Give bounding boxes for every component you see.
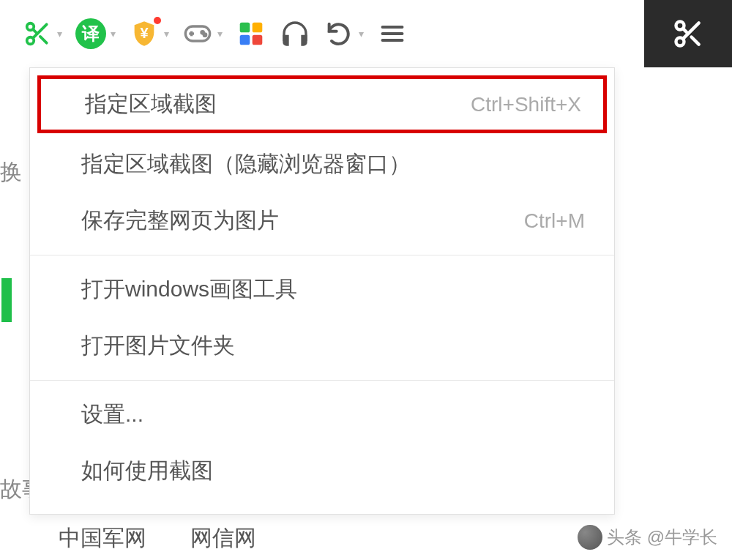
svg-line-3 xyxy=(40,37,47,43)
svg-line-21 xyxy=(683,29,688,34)
watermark: 头条 @牛学长 xyxy=(578,525,717,550)
menu-item[interactable]: 指定区域截图Ctrl+Shift+X xyxy=(37,75,607,133)
browser-toolbar: ▾ 译 ▾ ¥ ▾ ▾ ▾ xyxy=(0,0,732,67)
undo-toolbar-button[interactable]: ▾ xyxy=(324,18,364,49)
background-links: 中国军网 网信网 xyxy=(59,523,256,553)
scissors-icon xyxy=(22,18,53,49)
menu-item[interactable]: 指定区域截图（隐藏浏览器窗口） xyxy=(30,136,614,193)
menu-item[interactable]: 设置... xyxy=(30,387,614,443)
games-toolbar-button[interactable]: ▾ xyxy=(182,18,223,49)
svg-rect-10 xyxy=(240,23,250,33)
menu-item[interactable]: 保存完整网页为图片Ctrl+M xyxy=(30,193,614,249)
svg-rect-13 xyxy=(253,35,263,45)
background-link[interactable]: 中国军网 xyxy=(59,523,146,553)
menu-separator xyxy=(30,255,614,255)
menu-item[interactable]: 打开图片文件夹 xyxy=(30,318,614,374)
dropdown-arrow-icon: ▾ xyxy=(164,28,169,40)
apps-toolbar-button[interactable] xyxy=(236,18,266,49)
menu-item[interactable]: 打开windows画图工具 xyxy=(30,261,614,318)
menu-item-label: 保存完整网页为图片 xyxy=(81,206,279,236)
svg-line-4 xyxy=(33,29,37,34)
svg-rect-12 xyxy=(240,35,250,45)
menu-item-label: 指定区域截图（隐藏浏览器窗口） xyxy=(81,149,411,179)
dropdown-arrow-icon: ▾ xyxy=(217,28,223,40)
menu-item-shortcut: Ctrl+Shift+X xyxy=(471,93,581,116)
svg-rect-11 xyxy=(253,23,263,33)
svg-line-20 xyxy=(692,37,699,45)
dropdown-arrow-icon: ▾ xyxy=(359,28,364,40)
screenshot-dropdown-menu: 指定区域截图Ctrl+Shift+X指定区域截图（隐藏浏览器窗口）保存完整网页为… xyxy=(29,67,615,515)
dropdown-arrow-icon: ▾ xyxy=(57,28,62,40)
menu-item-label: 如何使用截图 xyxy=(81,456,213,486)
menu-item-label: 打开图片文件夹 xyxy=(81,331,235,361)
side-panel-badge xyxy=(644,0,732,67)
menu-item-label: 指定区域截图 xyxy=(85,89,217,119)
wallet-toolbar-button[interactable]: ¥ ▾ xyxy=(129,18,169,49)
background-link[interactable]: 网信网 xyxy=(190,523,256,553)
headphones-icon xyxy=(280,18,310,49)
svg-point-9 xyxy=(203,34,206,36)
menu-item-label: 设置... xyxy=(81,400,143,430)
watermark-text: 头条 @牛学长 xyxy=(607,526,717,549)
audio-toolbar-button[interactable] xyxy=(280,18,310,49)
dropdown-arrow-icon: ▾ xyxy=(111,28,116,40)
main-menu-button[interactable] xyxy=(377,18,408,49)
scissors-icon xyxy=(672,18,704,50)
hamburger-menu-icon xyxy=(377,18,408,49)
avatar-icon xyxy=(578,525,602,550)
menu-item[interactable]: 如何使用截图 xyxy=(30,443,614,499)
translate-icon: 译 xyxy=(75,18,106,49)
shield-icon: ¥ xyxy=(129,18,160,49)
page-left-green-stripe xyxy=(1,278,12,322)
translate-toolbar-button[interactable]: 译 ▾ xyxy=(75,18,116,49)
menu-item-shortcut: Ctrl+M xyxy=(524,209,585,233)
menu-separator xyxy=(30,380,614,381)
menu-item-label: 打开windows画图工具 xyxy=(81,275,297,305)
gamepad-icon xyxy=(182,18,213,49)
screenshot-toolbar-button[interactable]: ▾ xyxy=(22,18,62,49)
grid-icon xyxy=(236,18,266,49)
background-text: 换 xyxy=(0,157,22,187)
undo-icon xyxy=(324,18,354,49)
